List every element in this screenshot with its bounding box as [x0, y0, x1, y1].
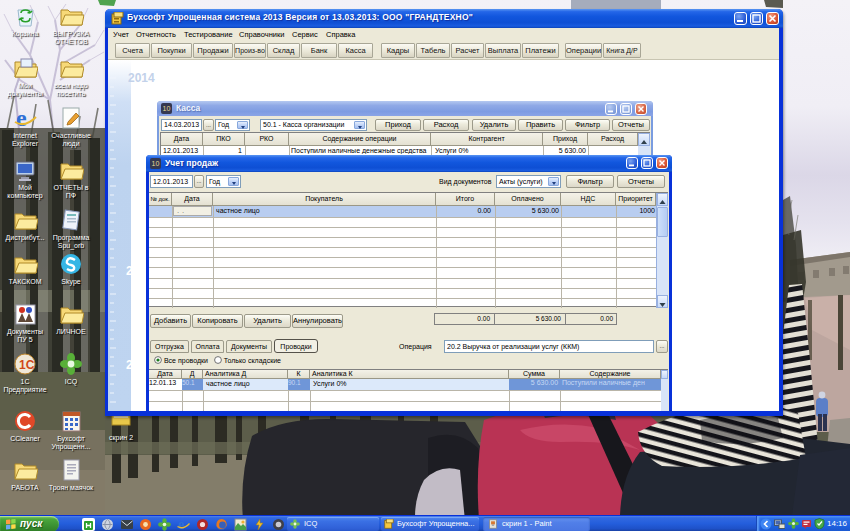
svg-text:e: e [16, 106, 27, 131]
svg-text:e: e [178, 518, 184, 531]
svg-text:1С: 1С [19, 358, 35, 372]
